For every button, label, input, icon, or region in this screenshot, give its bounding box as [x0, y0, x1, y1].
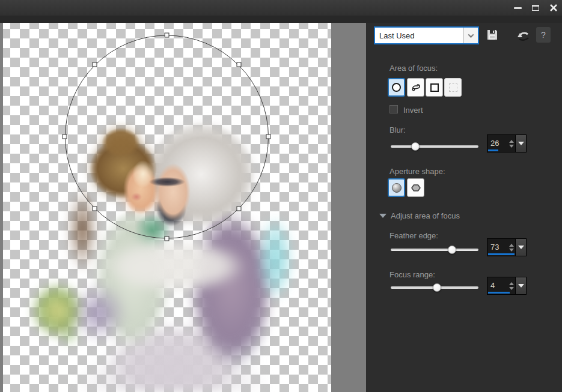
blur-slider-thumb[interactable]	[411, 142, 420, 151]
area-focus-existing-selection-button	[444, 78, 462, 97]
selection-handle-se[interactable]	[237, 207, 241, 211]
dropdown-arrow-icon	[518, 142, 524, 145]
reset-icon	[517, 29, 530, 41]
reset-to-default-button[interactable]	[516, 28, 531, 43]
title-bar	[0, 0, 562, 16]
selection-handle-sw[interactable]	[93, 207, 97, 211]
aperture-circular-button[interactable]	[388, 178, 405, 197]
focus-slider-thumb[interactable]	[433, 283, 441, 292]
help-button[interactable]: ?	[536, 27, 551, 43]
focus-range-label: Focus range:	[389, 270, 435, 279]
save-icon	[486, 29, 498, 41]
selection-handle-e[interactable]	[266, 134, 270, 139]
focus-range-slider[interactable]	[391, 283, 478, 292]
circular-aperture-icon	[392, 183, 402, 193]
close-icon	[549, 4, 558, 12]
blur-slider-track[interactable]	[391, 145, 478, 148]
image-canvas[interactable]	[3, 23, 331, 392]
help-button-label: ?	[541, 30, 546, 40]
aperture-hexagonal-button[interactable]	[407, 178, 424, 197]
feather-spinbox: 73	[487, 238, 527, 256]
toolbar-strip	[0, 16, 562, 23]
aperture-shape-label: Aperture shape:	[389, 167, 445, 176]
chevron-down-icon	[468, 32, 474, 38]
rectangle-selection-icon	[430, 83, 439, 92]
circle-selection-icon	[392, 83, 401, 92]
feather-slider-track[interactable]	[391, 249, 478, 251]
area-focus-circular-button[interactable]	[388, 78, 405, 97]
close-button[interactable]	[549, 3, 558, 13]
maximize-icon	[532, 5, 539, 11]
blur-spinbox: 26	[487, 134, 527, 152]
invert-checkbox[interactable]	[389, 105, 398, 113]
collapse-triangle-icon	[379, 214, 386, 218]
blur-spin-up[interactable]	[509, 140, 514, 143]
selection-handle-nw[interactable]	[93, 62, 97, 67]
dashed-selection-icon	[449, 83, 457, 92]
focus-spin-down[interactable]	[509, 287, 514, 290]
selection-handle-w[interactable]	[63, 134, 67, 139]
settings-panel: Last Used ? Area of focus:	[366, 23, 562, 392]
blur-progress-bar	[488, 149, 498, 151]
preset-dropdown-value: Last Used	[375, 31, 463, 40]
feather-dropdown-button[interactable]	[515, 239, 526, 256]
dropdown-arrow-icon	[518, 246, 524, 249]
minimize-button[interactable]	[513, 3, 522, 13]
feather-spin-up[interactable]	[509, 244, 514, 247]
selection-handle-s[interactable]	[165, 237, 169, 241]
dropdown-arrow-icon	[518, 284, 524, 288]
blur-dropdown-button[interactable]	[515, 135, 526, 152]
blur-label: Blur:	[389, 125, 406, 134]
focus-range-spinbox: 4	[487, 277, 527, 295]
feather-slider-thumb[interactable]	[448, 246, 456, 254]
feather-edge-slider[interactable]	[391, 245, 478, 255]
feather-progress-bar	[488, 253, 515, 255]
freehand-selection-icon	[411, 82, 421, 93]
focus-dropdown-button[interactable]	[515, 277, 526, 294]
focus-selection-overlay	[3, 23, 331, 392]
invert-label: Invert	[403, 106, 423, 115]
selection-handle-n[interactable]	[165, 33, 169, 37]
area-of-focus-label: Area of focus:	[389, 64, 438, 73]
save-preset-button[interactable]	[485, 28, 499, 42]
preset-dropdown-arrow[interactable]	[463, 28, 478, 43]
selection-handle-ne[interactable]	[237, 62, 241, 67]
focus-spin-up[interactable]	[509, 282, 514, 285]
area-focus-rectangular-button[interactable]	[426, 78, 443, 97]
hexagon-aperture-icon	[411, 182, 421, 193]
blur-slider[interactable]	[391, 142, 478, 151]
focus-progress-bar	[488, 292, 510, 294]
area-focus-freehand-button[interactable]	[407, 78, 424, 97]
feather-edge-label: Feather edge:	[389, 231, 438, 240]
feather-spin-down[interactable]	[509, 249, 514, 252]
adjust-area-section-label: Adjust area of focus	[391, 211, 460, 220]
minimize-icon	[514, 7, 522, 9]
maximize-button[interactable]	[531, 3, 540, 13]
preset-dropdown[interactable]: Last Used	[374, 26, 479, 44]
blur-spin-down[interactable]	[509, 145, 514, 148]
adjust-area-section-toggle[interactable]: Adjust area of focus	[379, 211, 460, 220]
